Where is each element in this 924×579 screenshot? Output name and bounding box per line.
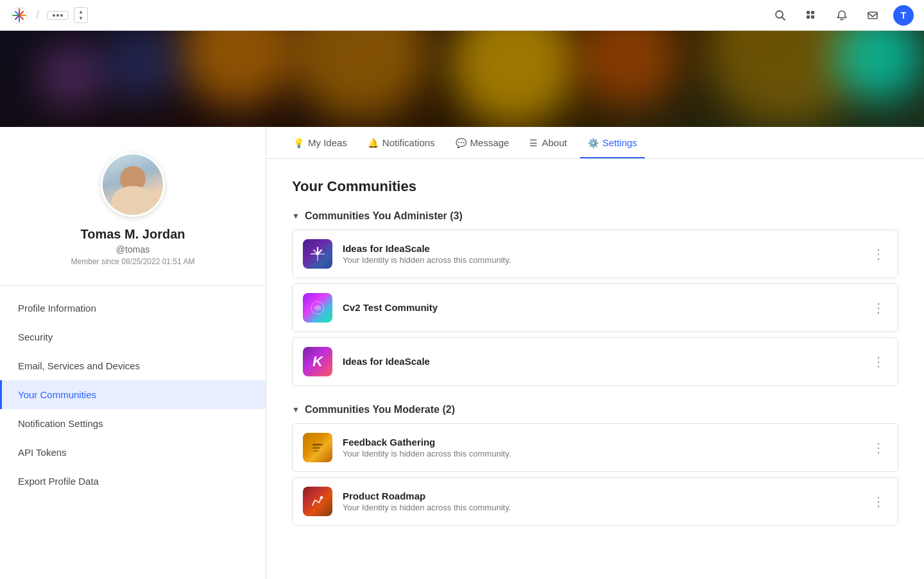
community-card-feedback: Feedback Gathering Your Identity is hidd… — [292, 423, 898, 472]
sidebar: Tomas M. Jordan @tomas Member since 08/2… — [0, 127, 266, 579]
profile-avatar — [101, 153, 165, 217]
community-logo-product-roadmap — [303, 487, 332, 516]
community-info-feedback: Feedback Gathering Your Identity is hidd… — [343, 437, 859, 458]
apps-button[interactable] — [801, 5, 821, 26]
community-card-product-roadmap: Product Roadmap Your Identity is hidden … — [292, 477, 898, 526]
page-title: Your Communities — [292, 178, 898, 195]
search-button[interactable] — [770, 5, 791, 26]
hero-banner — [0, 31, 924, 127]
sidebar-item-profile-info[interactable]: Profile Information — [0, 294, 266, 323]
sidebar-item-export-profile[interactable]: Export Profile Data — [0, 467, 266, 496]
community-info-cv2: Cv2 Test Community — [343, 302, 859, 314]
community-info-product-roadmap: Product Roadmap Your Identity is hidden … — [343, 491, 859, 512]
notifications-tab-icon: 🔔 — [368, 138, 379, 148]
community-name: Cv2 Test Community — [343, 302, 859, 313]
admin-section-label: Communities You Administer (3) — [305, 210, 463, 222]
profile-handle: @tomas — [19, 244, 246, 255]
tab-my-ideas[interactable]: 💡 My Ideas — [286, 127, 355, 158]
app-logo[interactable] — [10, 6, 28, 24]
tab-bar: 💡 My Ideas 🔔 Notifications 💬 Message ☰ A… — [266, 127, 924, 159]
svg-rect-6 — [868, 12, 877, 19]
content-body: Your Communities ▼ Communities You Admin… — [266, 159, 924, 563]
moderate-section-header[interactable]: ▼ Communities You Moderate (2) — [292, 404, 898, 415]
community-name: Feedback Gathering — [343, 437, 859, 448]
breadcrumb-more-button[interactable] — [47, 11, 69, 20]
svg-point-7 — [316, 253, 319, 255]
tab-message[interactable]: 💬 Message — [448, 127, 517, 158]
main-layout: Tomas M. Jordan @tomas Member since 08/2… — [0, 127, 924, 579]
sidebar-item-security[interactable]: Security — [0, 323, 266, 351]
content-area: 💡 My Ideas 🔔 Notifications 💬 Message ☰ A… — [266, 127, 924, 579]
profile-member-since: Member since 08/25/2022 01:51 AM — [19, 257, 246, 266]
tab-notifications[interactable]: 🔔 Notifications — [360, 127, 443, 158]
k-logo-icon: K — [312, 353, 323, 370]
notifications-button[interactable] — [832, 5, 852, 26]
moderate-section: ▼ Communities You Moderate (2) Feedback … — [292, 404, 898, 526]
community-menu-ideas-ideascale-2[interactable]: ⋮ — [869, 353, 887, 371]
arrow-down-icon: ▼ — [78, 15, 83, 22]
community-desc: Your Identity is hidden across this comm… — [343, 449, 859, 458]
community-name: Ideas for IdeaScale — [343, 243, 859, 254]
community-logo-ideas-ideascale-1 — [303, 239, 332, 269]
profile-card: Tomas M. Jordan @tomas Member since 08/2… — [0, 127, 266, 286]
community-card-cv2: Cv2 Test Community ⋮ — [292, 283, 898, 332]
avatar-image — [103, 155, 163, 215]
svg-rect-2 — [807, 11, 810, 14]
community-name: Product Roadmap — [343, 491, 859, 501]
svg-rect-10 — [312, 447, 320, 449]
community-desc: Your Identity is hidden across this comm… — [343, 503, 859, 512]
sidebar-item-notification-settings[interactable]: Notification Settings — [0, 409, 266, 438]
community-menu-feedback[interactable]: ⋮ — [869, 439, 887, 457]
community-menu-product-roadmap[interactable]: ⋮ — [869, 492, 887, 510]
tab-settings[interactable]: ⚙️ Settings — [580, 127, 645, 158]
svg-rect-5 — [811, 15, 814, 19]
community-info-ideas-ideascale-1: Ideas for IdeaScale Your Identity is hid… — [343, 243, 859, 265]
svg-rect-4 — [807, 15, 810, 19]
community-menu-cv2[interactable]: ⋮ — [869, 299, 887, 317]
community-desc: Your Identity is hidden across this comm… — [343, 255, 859, 265]
community-menu-ideas-ideascale-1[interactable]: ⋮ — [869, 245, 887, 263]
admin-section-header[interactable]: ▼ Communities You Administer (3) — [292, 210, 898, 222]
admin-section: ▼ Communities You Administer (3) — [292, 210, 898, 386]
nav-right-actions: T — [770, 5, 914, 26]
community-logo-cv2 — [303, 293, 332, 323]
sidebar-nav: Profile Information Security Email, Serv… — [0, 286, 266, 503]
my-ideas-icon: 💡 — [293, 138, 304, 148]
community-name: Ideas for IdeaScale — [343, 356, 859, 367]
svg-rect-9 — [312, 444, 323, 446]
community-info-ideas-ideascale-2: Ideas for IdeaScale — [343, 356, 859, 368]
moderate-section-label: Communities You Moderate (2) — [305, 404, 455, 415]
profile-name: Tomas M. Jordan — [19, 227, 246, 242]
community-card-ideas-ideascale-2: K Ideas for IdeaScale ⋮ — [292, 337, 898, 386]
sidebar-item-api-tokens[interactable]: API Tokens — [0, 438, 266, 467]
tab-about[interactable]: ☰ About — [522, 127, 574, 158]
svg-rect-11 — [312, 450, 319, 452]
sidebar-item-email-services[interactable]: Email, Services and Devices — [0, 351, 266, 380]
settings-icon: ⚙️ — [588, 138, 599, 148]
mail-button[interactable] — [862, 5, 883, 26]
top-navigation: / ▲ ▼ T — [0, 0, 924, 31]
breadcrumb-nav-arrows[interactable]: ▲ ▼ — [74, 7, 88, 23]
community-logo-ideas-ideascale-2: K — [303, 347, 332, 376]
about-icon: ☰ — [529, 138, 538, 148]
moderate-collapse-arrow: ▼ — [292, 405, 300, 414]
community-logo-feedback — [303, 433, 332, 462]
profile-avatar-container — [101, 153, 165, 217]
sidebar-item-your-communities[interactable]: Your Communities — [0, 380, 266, 409]
admin-collapse-arrow: ▼ — [292, 212, 300, 221]
arrow-up-icon: ▲ — [78, 9, 83, 15]
svg-rect-3 — [811, 11, 814, 14]
nav-divider: / — [36, 8, 39, 22]
user-avatar[interactable]: T — [893, 5, 914, 26]
community-card-ideas-ideascale-1: Ideas for IdeaScale Your Identity is hid… — [292, 230, 898, 278]
svg-point-12 — [320, 496, 323, 499]
message-icon: 💬 — [456, 138, 466, 148]
